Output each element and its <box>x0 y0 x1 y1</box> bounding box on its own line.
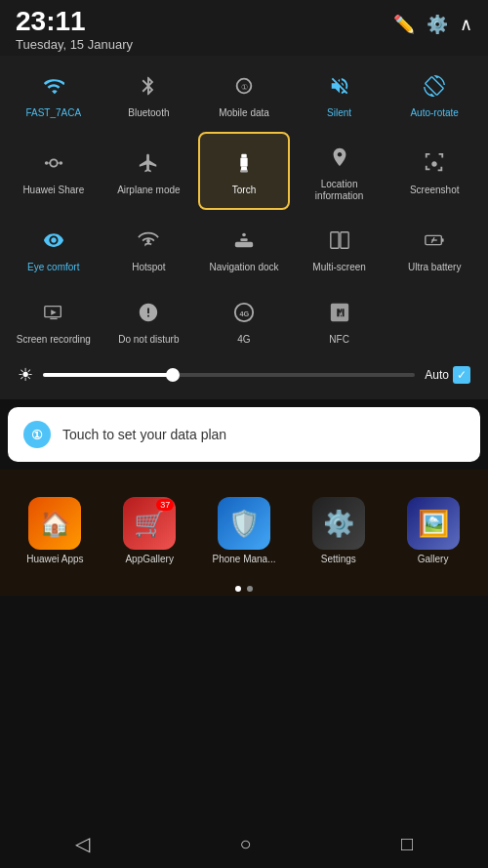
recent-button[interactable]: □ <box>401 833 413 855</box>
svg-rect-14 <box>341 232 348 249</box>
tile-bluetooth[interactable]: Bluetooth <box>103 60 195 128</box>
tile-icon-ultra-battery <box>417 223 452 258</box>
tile-silent[interactable]: Silent <box>294 60 386 128</box>
tile-label-nfc: NFC <box>329 334 349 346</box>
brightness-slider[interactable] <box>43 373 415 377</box>
tile-wifi[interactable]: FAST_7ACA <box>8 60 100 128</box>
app-label-phone-manager: Phone Mana... <box>212 554 275 564</box>
auto-label: Auto <box>425 368 449 382</box>
tile-eye-comfort[interactable]: Eye comfort <box>8 214 100 282</box>
back-button[interactable]: ◁ <box>75 832 90 855</box>
tile-label-auto-rotate: Auto-rotate <box>410 107 458 119</box>
status-icons: ✏️ ⚙️ ∧ <box>393 8 472 35</box>
tile-icon-multi-screen <box>322 223 357 258</box>
app-item-appgallery[interactable]: 🛒37AppGallery <box>102 489 197 572</box>
tile-label-do-not-disturb: Do not disturb <box>118 334 179 346</box>
home-screen: 🏠Huawei Apps🛒37AppGallery🛡️Phone Mana...… <box>0 470 488 596</box>
tile-torch[interactable]: Torch <box>198 132 290 210</box>
svg-rect-11 <box>240 238 247 241</box>
tile-screen-recording[interactable]: Screen recording <box>8 286 100 354</box>
tile-hotspot[interactable]: Hotspot <box>103 214 195 282</box>
tile-icon-huawei-share <box>36 145 71 181</box>
tile-icon-4g: 4G <box>226 295 262 330</box>
tile-label-silent: Silent <box>327 107 351 119</box>
tile-icon-hotspot <box>131 223 166 258</box>
brightness-fill <box>43 373 173 377</box>
collapse-icon[interactable]: ∧ <box>460 14 472 35</box>
tile-icon-screen-recording <box>36 295 71 330</box>
tile-label-wifi: FAST_7ACA <box>25 107 81 119</box>
tile-auto-rotate[interactable]: Auto-rotate <box>388 60 480 128</box>
app-item-settings[interactable]: ⚙️Settings <box>291 489 386 572</box>
app-item-huawei-apps[interactable]: 🏠Huawei Apps <box>8 489 102 572</box>
tile-icon-airplane <box>131 145 166 181</box>
svg-rect-13 <box>330 232 338 249</box>
tile-4g[interactable]: 4G4G <box>198 286 290 354</box>
app-icon-settings: ⚙️ <box>312 497 365 550</box>
tile-label-nav-dock: Navigation dock <box>209 262 278 273</box>
tile-nav-dock[interactable]: Navigation dock <box>198 214 290 282</box>
svg-point-12 <box>242 233 246 237</box>
tile-huawei-share[interactable]: Huawei Share <box>8 132 100 210</box>
tile-label-4g: 4G <box>237 334 250 346</box>
app-label-appgallery: AppGallery <box>125 554 173 564</box>
tile-nfc[interactable]: NFC <box>294 286 386 354</box>
tile-label-airplane: Airplane mode <box>117 185 180 196</box>
app-icon-phone-manager: 🛡️ <box>218 497 270 550</box>
tile-label-eye-comfort: Eye comfort <box>27 262 79 273</box>
svg-rect-16 <box>442 238 444 242</box>
tile-icon-nfc <box>322 295 357 330</box>
tile-label-ultra-battery: Ultra battery <box>408 262 461 273</box>
app-label-gallery: Gallery <box>418 554 449 564</box>
app-icon-huawei-apps: 🏠 <box>28 497 81 550</box>
tile-icon-nav-dock <box>226 223 262 258</box>
data-plan-text: Touch to set your data plan <box>62 427 226 442</box>
nav-bar: ◁ ○ □ <box>0 819 488 868</box>
tile-airplane[interactable]: Airplane mode <box>103 132 195 210</box>
tile-multi-screen[interactable]: Multi-screen <box>294 214 386 282</box>
tile-label-hotspot: Hotspot <box>132 262 165 273</box>
svg-point-4 <box>59 161 62 165</box>
tile-icon-bluetooth <box>131 68 166 103</box>
svg-point-2 <box>50 159 57 166</box>
settings-icon[interactable]: ⚙️ <box>427 14 448 35</box>
brightness-thumb <box>166 368 180 382</box>
svg-rect-10 <box>235 242 253 248</box>
app-item-gallery[interactable]: 🖼️Gallery <box>386 489 480 572</box>
tile-icon-do-not-disturb <box>131 295 166 330</box>
tile-ultra-battery[interactable]: Ultra battery <box>388 214 480 282</box>
auto-checkbox[interactable]: ✓ <box>453 366 470 384</box>
tile-icon-wifi <box>36 68 71 103</box>
tile-icon-eye-comfort <box>36 223 71 258</box>
data-plan-icon: ① <box>23 421 51 448</box>
status-date: Tuesday, 15 January <box>16 37 133 52</box>
tile-screenshot[interactable]: Screenshot <box>388 132 480 210</box>
brightness-auto: Auto ✓ <box>425 366 470 384</box>
app-label-huawei-apps: Huawei Apps <box>26 554 83 564</box>
svg-text:①: ① <box>240 83 247 92</box>
app-grid: 🏠Huawei Apps🛒37AppGallery🛡️Phone Mana...… <box>0 479 488 582</box>
tile-icon-torch <box>226 145 262 181</box>
app-icon-appgallery: 🛒37 <box>123 497 176 550</box>
data-plan-notice[interactable]: ① Touch to set your data plan <box>8 407 480 462</box>
edit-icon[interactable]: ✏️ <box>393 14 415 35</box>
brightness-icon: ☀ <box>18 364 33 386</box>
tile-label-location: Location information <box>298 179 382 202</box>
tile-mobile-data[interactable]: ①Mobile data <box>198 60 290 128</box>
tile-label-torch: Torch <box>232 185 256 196</box>
quick-settings-panel: FAST_7ACABluetooth①Mobile dataSilentAuto… <box>0 56 488 399</box>
tile-icon-location <box>322 140 357 175</box>
status-time: 23:11 <box>16 8 133 35</box>
tile-do-not-disturb[interactable]: Do not disturb <box>103 286 195 354</box>
app-icon-gallery: 🖼️ <box>407 497 460 550</box>
app-item-phone-manager[interactable]: 🛡️Phone Mana... <box>197 489 292 572</box>
svg-rect-9 <box>240 170 247 172</box>
home-button[interactable]: ○ <box>239 833 251 855</box>
dots-indicator <box>0 582 488 596</box>
svg-point-3 <box>45 161 49 165</box>
tile-location[interactable]: Location information <box>294 132 386 210</box>
dot-2 <box>247 586 253 592</box>
tile-label-bluetooth: Bluetooth <box>128 107 169 119</box>
tile-icon-auto-rotate <box>417 68 452 103</box>
tile-icon-silent <box>322 68 357 103</box>
